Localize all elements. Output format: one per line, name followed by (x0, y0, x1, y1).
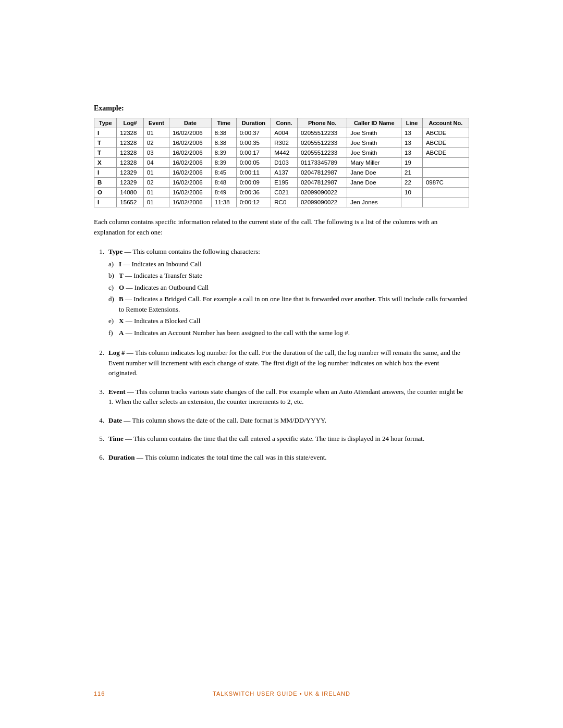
table-cell: 02099090022 (297, 198, 347, 207)
sub-content: A — Indicates an Account Number has been… (119, 328, 469, 338)
col-time: Time (211, 118, 236, 128)
table-cell: 21 (401, 168, 423, 178)
table-cell: 14080 (117, 188, 144, 198)
table-cell (422, 188, 469, 198)
table-cell: 16/02/2006 (169, 198, 212, 207)
sub-list: a)I — Indicates an Inbound Callb)T — Ind… (108, 259, 469, 338)
table-cell: 01 (143, 168, 169, 178)
table-cell: 01 (143, 198, 169, 207)
table-cell: Jane Doe (347, 168, 401, 178)
table-cell: ABCDE (422, 128, 469, 138)
table-cell: 0:00:36 (236, 188, 271, 198)
table-cell: 15652 (117, 198, 144, 207)
sub-content: B — Indicates a Bridged Call. For exampl… (119, 294, 469, 314)
table-cell (347, 188, 401, 198)
list-number: 6. (94, 452, 104, 463)
numbered-list: 1.Type — This column contains the follow… (94, 246, 469, 462)
list-number: 2. (94, 348, 104, 378)
sub-label: f) (108, 328, 116, 338)
table-cell: R302 (271, 138, 298, 148)
sub-label: b) (108, 270, 116, 281)
table-cell: D103 (271, 158, 298, 168)
col-line: Line (401, 118, 423, 128)
table-cell: 0:00:09 (236, 178, 271, 188)
list-content: Log # — This column indicates log number… (108, 348, 469, 378)
table-cell: 8:39 (211, 148, 236, 158)
table-cell (422, 168, 469, 178)
list-term: Log # (108, 349, 125, 356)
list-number: 5. (94, 434, 104, 444)
sub-content: O — Indicates an Outbound Call (119, 282, 469, 293)
table-cell: 12328 (117, 138, 144, 148)
table-cell: Joe Smith (347, 128, 401, 138)
list-term: Event (108, 388, 126, 396)
col-conn: Conn. (271, 118, 298, 128)
table-cell: T (94, 138, 117, 148)
table-row: B123290216/02/20068:480:00:09E1950204781… (94, 178, 469, 188)
sub-label: e) (108, 316, 116, 326)
table-cell: 10 (401, 188, 423, 198)
table-cell: 12329 (117, 168, 144, 178)
table-cell: 16/02/2006 (169, 148, 212, 158)
page-number: 116 (94, 690, 105, 697)
list-content: Type — This column contains the followin… (108, 246, 469, 339)
col-event: Event (143, 118, 169, 128)
table-cell: Joe Smith (347, 148, 401, 158)
col-date: Date (169, 118, 212, 128)
table-row: I123290116/02/20068:450:00:11A1370204781… (94, 168, 469, 178)
table-cell: 0:00:12 (236, 198, 271, 207)
col-log: Log# (117, 118, 144, 128)
list-item: 6.Duration — This column indicates the t… (94, 452, 469, 463)
sub-label: c) (108, 282, 116, 293)
list-content: Duration — This column indicates the tot… (108, 452, 469, 463)
table-cell: 0:00:11 (236, 168, 271, 178)
table-cell: 13 (401, 148, 423, 158)
table-cell: 0:00:35 (236, 138, 271, 148)
footer-title: TALKSWITCH USER GUIDE • UK & IRELAND (213, 690, 350, 697)
table-cell: Jane Doe (347, 178, 401, 188)
table-cell: 16/02/2006 (169, 138, 212, 148)
call-log-table: Type Log# Event Date Time Duration Conn.… (94, 118, 469, 207)
list-paragraph: Time — This column contains the time tha… (108, 434, 469, 444)
table-cell: ABCDE (422, 138, 469, 148)
table-cell: 16/02/2006 (169, 128, 212, 138)
table-cell: 01 (143, 128, 169, 138)
sub-term: O (119, 283, 124, 291)
table-cell: 12328 (117, 148, 144, 158)
table-cell: 02055512233 (297, 148, 347, 158)
sub-term: A (119, 329, 124, 337)
table-cell (422, 198, 469, 207)
list-paragraph: Type — This column contains the followin… (108, 246, 469, 257)
table-cell: 13 (401, 138, 423, 148)
table-cell: 12328 (117, 158, 144, 168)
table-cell: 22 (401, 178, 423, 188)
table-cell: 0:00:05 (236, 158, 271, 168)
sub-list-item: e)X — Indicates a Blocked Call (108, 316, 469, 326)
list-paragraph: Duration — This column indicates the tot… (108, 452, 469, 463)
table-cell: 02055512233 (297, 128, 347, 138)
list-item: 5.Time — This column contains the time t… (94, 434, 469, 444)
col-duration: Duration (236, 118, 271, 128)
table-cell: E195 (271, 178, 298, 188)
table-cell: 13 (401, 128, 423, 138)
table-cell: 02099090022 (297, 188, 347, 198)
sub-content: I — Indicates an Inbound Call (119, 259, 469, 269)
table-row: O140800116/02/20068:490:00:36C0210209909… (94, 188, 469, 198)
list-paragraph: Event — This column tracks various state… (108, 387, 469, 407)
list-item: 2.Log # — This column indicates log numb… (94, 348, 469, 378)
table-cell: X (94, 158, 117, 168)
table-header-row: Type Log# Event Date Time Duration Conn.… (94, 118, 469, 128)
table-cell: Joe Smith (347, 138, 401, 148)
table-cell: 8:39 (211, 158, 236, 168)
table-cell: 01 (143, 188, 169, 198)
table-cell: I (94, 128, 117, 138)
list-number: 4. (94, 415, 104, 426)
table-cell: 11:38 (211, 198, 236, 207)
col-type: Type (94, 118, 117, 128)
list-item: 1.Type — This column contains the follow… (94, 246, 469, 339)
table-cell: 0:00:37 (236, 128, 271, 138)
table-cell (401, 198, 423, 207)
list-item: 4.Date — This column shows the date of t… (94, 415, 469, 426)
table-cell: 0987C (422, 178, 469, 188)
table-cell: 02 (143, 178, 169, 188)
